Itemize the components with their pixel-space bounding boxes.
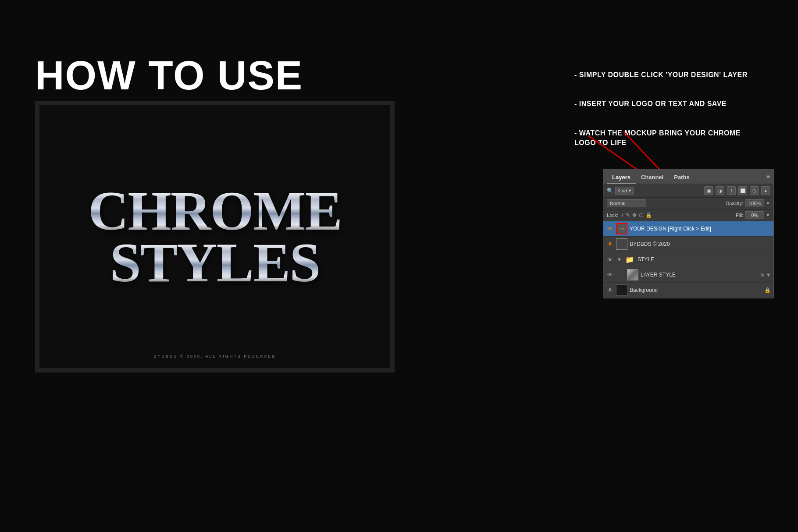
layer-name-layer-style: LAYER STYLE	[641, 272, 759, 278]
lock-artboard-icon[interactable]: ⬡	[639, 212, 643, 218]
eye-icon-layer-style[interactable]: 👁	[606, 271, 614, 279]
fx-icon: fx	[761, 272, 765, 277]
layer-name-background: Background	[630, 287, 762, 293]
watermark-text: BYDBDS © 2020. ALL RIGHTS RESERVED	[153, 354, 276, 358]
tab-layers[interactable]: Layers	[607, 172, 636, 184]
kind-label: Kind	[617, 188, 627, 193]
filter-type-icon[interactable]: T	[727, 186, 736, 195]
layers-panel: Layers Channel Paths ≡ 🔍 Kind ▼ ▣ ◑ T ⬜ …	[603, 169, 774, 298]
blend-mode-value: Normal	[610, 201, 625, 206]
filter-smart-icon[interactable]: ⬡	[750, 186, 759, 195]
layer-name-your-design: YOUR DESIGN [Right Click > Edit]	[630, 226, 771, 232]
chrome-line2: STYLES	[110, 234, 320, 291]
eye-icon-background[interactable]: 👁	[606, 286, 614, 294]
opacity-label: Opacity:	[726, 201, 743, 206]
lock-transparent-icon[interactable]: /	[622, 212, 623, 218]
blend-mode-select[interactable]: Normal	[607, 199, 646, 207]
instructions-panel: - SIMPLY DOUBLE CLICK 'YOUR DESIGN' LAYE…	[574, 70, 759, 167]
lock-paint-icon[interactable]: ✎	[626, 212, 630, 218]
layers-tabs-row: Layers Channel Paths ≡	[603, 169, 773, 184]
lock-fill-row: Lock: / ✎ ✤ ⬡ 🔒 Fill: 0% ▼	[603, 209, 773, 221]
layer-name-bydbds: BYDBDS © 2020	[630, 241, 771, 247]
layer-row-background[interactable]: 👁 Background 🔒	[603, 283, 773, 298]
eye-icon-style[interactable]: 👁	[606, 255, 614, 263]
background-lock-icon: 🔒	[764, 287, 771, 293]
filter-shape-icon[interactable]: ⬜	[738, 186, 747, 195]
layers-search-row: 🔍 Kind ▼ ▣ ◑ T ⬜ ⬡ ●	[603, 184, 773, 198]
fill-label: Fill:	[736, 213, 743, 218]
lock-icons-group: / ✎ ✤ ⬡ 🔒	[622, 212, 652, 218]
kind-select[interactable]: Kind ▼	[615, 187, 634, 195]
chrome-line1: CHROME	[88, 183, 342, 239]
lock-move-icon[interactable]: ✤	[632, 212, 637, 218]
layer-thumb-layer-style	[627, 269, 638, 280]
layer-row-your-design[interactable]: 👁 Sm YOUR DESIGN [Right Click > Edit]	[603, 221, 773, 237]
blend-opacity-row: Normal Opacity: 100% ▼	[603, 198, 773, 209]
instruction-step3: - WATCH THE MOCKUP BRING YOUR CHROME LOG…	[574, 128, 759, 148]
folder-expand-icon[interactable]: ▼	[617, 257, 622, 262]
preview-frame: CHROME STYLES BYDBDS © 2020. ALL RIGHTS …	[35, 101, 395, 372]
opacity-value[interactable]: 100%	[745, 199, 764, 207]
layer-row-layer-style[interactable]: 👁 LAYER STYLE fx ▼	[603, 267, 773, 283]
chrome-preview: CHROME STYLES BYDBDS © 2020. ALL RIGHTS …	[39, 105, 390, 368]
filter-icons: ▣ ◑ T ⬜ ⬡ ●	[636, 186, 770, 195]
tab-paths[interactable]: Paths	[669, 172, 695, 184]
opacity-chevron[interactable]: ▼	[766, 201, 770, 206]
search-icon: 🔍	[607, 188, 613, 194]
opacity-control: Opacity: 100% ▼	[726, 199, 770, 207]
filter-pixel-icon[interactable]: ▣	[704, 186, 713, 195]
layer-thumb-your-design: Sm	[616, 223, 627, 234]
layer-thumb-bydbds	[616, 238, 627, 250]
lock-label: Lock:	[607, 213, 618, 218]
layers-menu-icon[interactable]: ≡	[766, 173, 770, 180]
instruction-step1: - SIMPLY DOUBLE CLICK 'YOUR DESIGN' LAYE…	[574, 70, 759, 80]
layer-thumb-style-folder: 📁	[624, 254, 635, 265]
eye-icon-your-design[interactable]: 👁	[606, 225, 614, 233]
kind-chevron: ▼	[628, 188, 632, 193]
lock-all-icon[interactable]: 🔒	[645, 212, 652, 218]
fill-value[interactable]: 0%	[745, 211, 764, 219]
layer-fx-icons: fx ▼	[761, 272, 771, 277]
layer-thumb-background	[616, 284, 627, 296]
fx-expand-icon[interactable]: ▼	[766, 272, 771, 277]
fill-control: Fill: 0% ▼	[736, 211, 770, 219]
tab-channels[interactable]: Channel	[636, 172, 669, 184]
filter-adjust-icon[interactable]: ◑	[716, 186, 724, 195]
filter-toggle-icon[interactable]: ●	[761, 186, 770, 195]
layer-name-style: STYLE	[638, 256, 771, 262]
fill-chevron[interactable]: ▼	[766, 213, 770, 217]
eye-icon-bydbds[interactable]: 👁	[606, 240, 614, 248]
instruction-step2: - INSERT YOUR LOGO OR TEXT AND SAVE	[574, 99, 759, 109]
page-title: HOW TO USE	[35, 53, 303, 99]
layer-row-bydbds[interactable]: 👁 BYDBDS © 2020	[603, 237, 773, 252]
layer-row-style-folder[interactable]: 👁 ▼ 📁 STYLE	[603, 252, 773, 267]
